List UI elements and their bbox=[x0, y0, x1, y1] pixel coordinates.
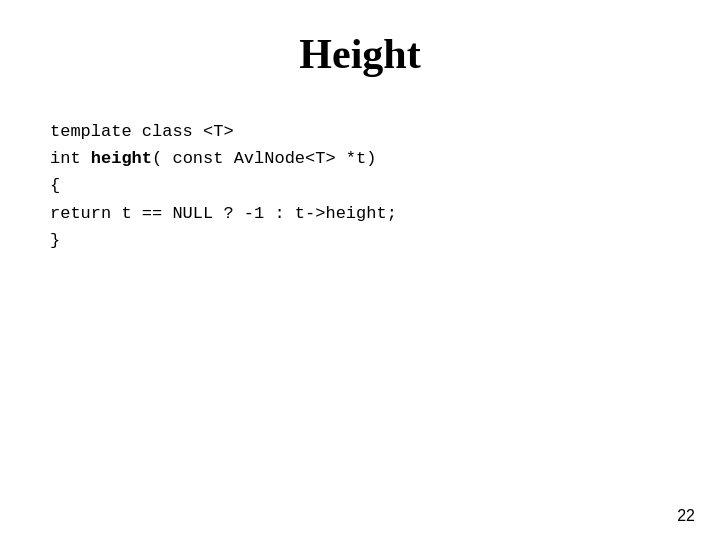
code-line-2: int height( const AvlNode<T> *t) bbox=[50, 145, 720, 172]
slide: Height template class <T> int height( co… bbox=[0, 0, 720, 540]
code-line-3: { bbox=[50, 172, 720, 199]
slide-title: Height bbox=[0, 0, 720, 108]
code-block: template class <T> int height( const Avl… bbox=[50, 118, 720, 254]
code-line-1: template class <T> bbox=[50, 118, 720, 145]
code-line-5: } bbox=[50, 227, 720, 254]
page-number: 22 bbox=[677, 507, 695, 525]
code-line-4: return t == NULL ? -1 : t->height; bbox=[50, 200, 720, 227]
